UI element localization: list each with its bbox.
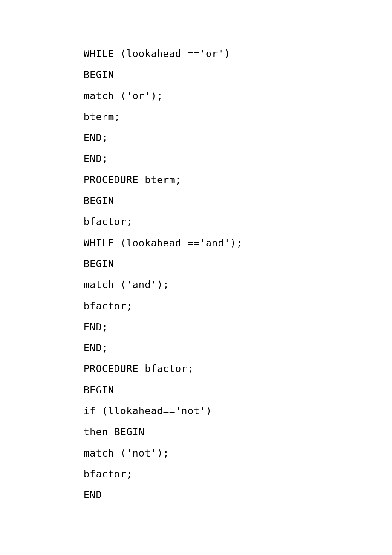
code-line: BEGIN (84, 385, 392, 395)
code-line: bfactor; (84, 217, 392, 227)
code-line: bfactor; (84, 469, 392, 479)
code-line: then BEGIN (84, 427, 392, 437)
code-line: match ('not'); (84, 448, 392, 458)
code-line: BEGIN (84, 70, 392, 80)
code-line: END (84, 490, 392, 500)
code-line: WHILE (lookahead =='and'); (84, 238, 392, 248)
code-line: if (llokahead=='not') (84, 406, 392, 416)
code-block: WHILE (lookahead =='or') BEGIN match ('o… (84, 49, 392, 500)
code-line: END; (84, 343, 392, 353)
code-line: WHILE (lookahead =='or') (84, 49, 392, 59)
code-line: BEGIN (84, 196, 392, 206)
code-line: PROCEDURE bfactor; (84, 364, 392, 374)
code-line: match ('and'); (84, 280, 392, 290)
code-line: PROCEDURE bterm; (84, 175, 392, 185)
code-line: END; (84, 322, 392, 332)
code-line: END; (84, 154, 392, 164)
code-line: bfactor; (84, 301, 392, 311)
code-line: END; (84, 133, 392, 143)
code-line: BEGIN (84, 259, 392, 269)
code-line: match ('or'); (84, 91, 392, 101)
code-line: bterm; (84, 112, 392, 122)
